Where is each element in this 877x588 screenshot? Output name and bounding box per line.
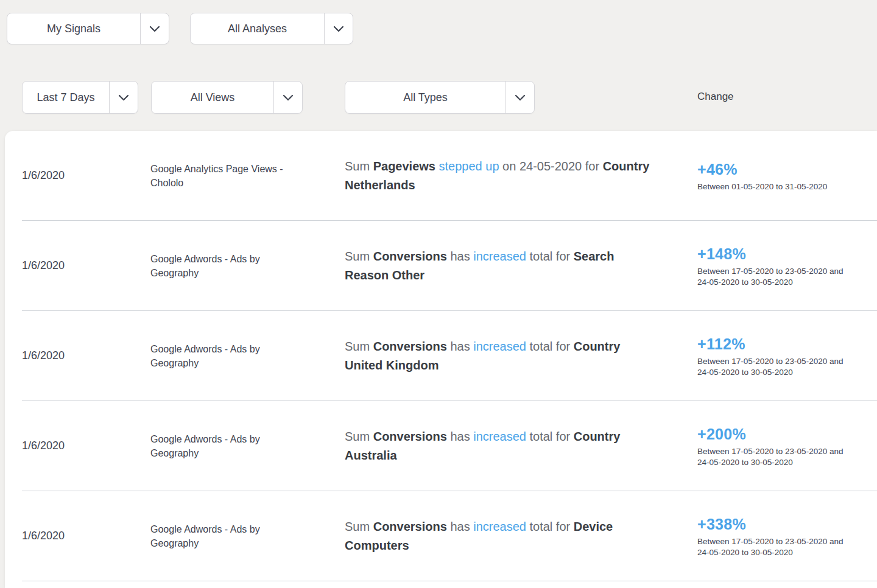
signal-date: 1/6/2020 <box>22 169 150 182</box>
signal-row[interactable]: 1/6/2020 Google Adwords - Ads by Geograp… <box>22 311 877 401</box>
description-text: Conversions <box>373 520 447 533</box>
signal-change-percent: +46% <box>697 161 877 178</box>
signal-change-range: Between 01-05-2020 to 31-05-2020 <box>697 181 857 192</box>
chevron-down-icon <box>110 82 138 113</box>
description-text: Sum <box>345 159 373 173</box>
signal-change: +338% Between 17-05-2020 to 23-05-2020 a… <box>697 514 877 558</box>
signal-change-range: Between 17-05-2020 to 23-05-2020 and 24-… <box>697 446 857 468</box>
signal-source: Google Analytics Page Views - Chololo <box>150 162 345 190</box>
description-text: Sum <box>345 520 373 533</box>
signal-change-percent: +200% <box>697 425 877 443</box>
signal-change: +46% Between 01-05-2020 to 31-05-2020 <box>697 159 877 192</box>
description-text: total for <box>526 430 574 443</box>
analyses-dropdown-label: All Analyses <box>191 13 325 44</box>
description-text: has <box>447 340 473 353</box>
signal-change-percent: +338% <box>697 516 877 533</box>
signal-row[interactable]: 1/6/2020 Google Analytics Page Views - C… <box>22 131 877 221</box>
description-text: Conversions <box>373 340 447 353</box>
signal-change-range: Between 17-05-2020 to 23-05-2020 and 24-… <box>697 356 857 378</box>
signal-change: +148% Between 17-05-2020 to 23-05-2020 a… <box>697 244 877 288</box>
signals-dropdown-label: My Signals <box>7 13 141 44</box>
change-type-link[interactable]: stepped up <box>439 159 499 173</box>
change-type-link[interactable]: increased <box>473 430 526 443</box>
chevron-down-icon <box>141 13 169 44</box>
description-text: Sum <box>345 430 373 443</box>
description-text: on 24-05-2020 for <box>499 159 603 173</box>
signal-date: 1/6/2020 <box>22 259 150 272</box>
signal-source: Google Adwords - Ads by Geography <box>150 342 345 370</box>
signal-row[interactable]: 1/6/2020 Google Adwords - Ads by Geograp… <box>22 221 877 311</box>
signal-description: Sum Conversions has increased total for … <box>345 337 697 375</box>
signal-description: Sum Conversions has increased total for … <box>345 427 697 465</box>
chevron-down-icon <box>325 13 353 44</box>
description-text: has <box>447 250 473 263</box>
description-text: Conversions <box>373 430 447 443</box>
chevron-down-icon <box>274 82 302 113</box>
description-text: total for <box>526 340 574 353</box>
signal-source: Google Adwords - Ads by Geography <box>150 432 345 460</box>
signal-change-percent: +112% <box>697 335 877 353</box>
description-text: total for <box>526 250 574 263</box>
description-text: Conversions <box>373 250 447 263</box>
signal-change: +112% Between 17-05-2020 to 23-05-2020 a… <box>697 334 877 378</box>
chevron-down-icon <box>506 82 534 113</box>
signal-change-range: Between 17-05-2020 to 23-05-2020 and 24-… <box>697 536 857 558</box>
period-dropdown-label: Last 7 Days <box>23 82 110 113</box>
signal-row[interactable]: 1/6/2020 Google Adwords - Ads by Geograp… <box>22 491 877 581</box>
types-dropdown[interactable]: All Types <box>345 81 535 114</box>
description-text: has <box>447 430 473 443</box>
description-text: Sum <box>345 340 373 353</box>
signal-row[interactable]: 1/6/2020 Google Adwords - Ads by Geograp… <box>22 401 877 491</box>
signal-description: Sum Conversions has increased total for … <box>345 517 697 555</box>
analyses-dropdown[interactable]: All Analyses <box>190 13 353 44</box>
signal-date: 1/6/2020 <box>22 349 150 362</box>
signals-card: 1/6/2020 Google Analytics Page Views - C… <box>5 131 877 588</box>
period-dropdown[interactable]: Last 7 Days <box>22 81 138 114</box>
types-dropdown-label: All Types <box>345 82 506 113</box>
description-text: Sum <box>345 250 373 263</box>
signal-source: Google Adwords - Ads by Geography <box>150 252 345 280</box>
signal-date: 1/6/2020 <box>22 439 150 452</box>
change-type-link[interactable]: increased <box>473 520 526 533</box>
change-type-link[interactable]: increased <box>473 340 526 353</box>
views-dropdown-label: All Views <box>152 82 274 113</box>
signal-change: +200% Between 17-05-2020 to 23-05-2020 a… <box>697 424 877 468</box>
signal-description: Sum Pageviews stepped up on 24-05-2020 f… <box>345 157 697 195</box>
change-type-link[interactable]: increased <box>473 250 526 263</box>
signal-date: 1/6/2020 <box>22 530 150 542</box>
description-text: has <box>447 520 473 533</box>
description-text: total for <box>526 520 574 533</box>
signal-description: Sum Conversions has increased total for … <box>345 247 697 285</box>
signals-table-body: 1/6/2020 Google Analytics Page Views - C… <box>5 131 877 581</box>
change-column-header: Change <box>697 91 734 103</box>
signal-change-range: Between 17-05-2020 to 23-05-2020 and 24-… <box>697 266 857 288</box>
signal-change-percent: +148% <box>697 245 877 263</box>
description-text: Pageviews <box>373 159 435 173</box>
signal-source: Google Adwords - Ads by Geography <box>150 522 345 550</box>
views-dropdown[interactable]: All Views <box>151 81 303 114</box>
signals-dropdown[interactable]: My Signals <box>7 13 169 44</box>
